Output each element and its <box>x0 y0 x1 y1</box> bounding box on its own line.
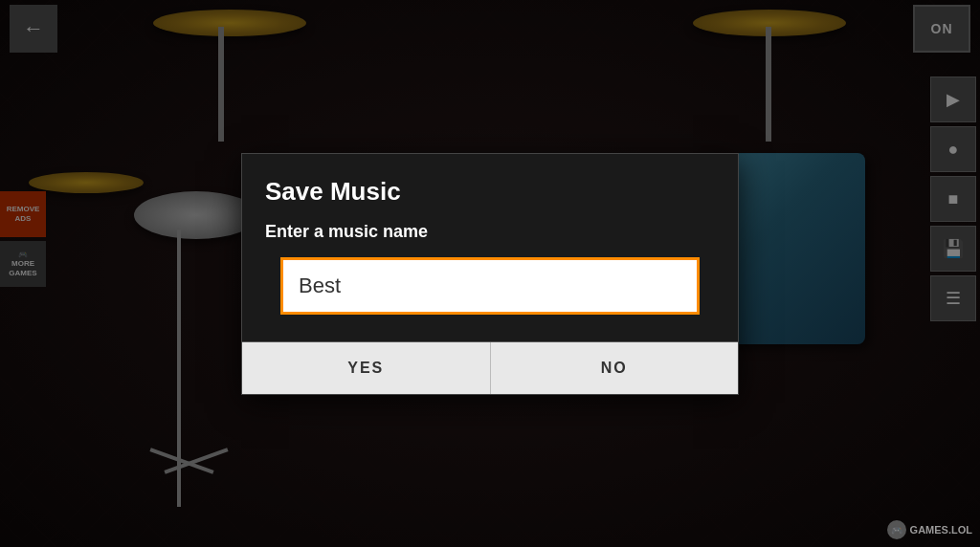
no-label: NO <box>601 360 628 376</box>
watermark: 🎮 GAMES.LOL <box>887 520 972 539</box>
no-button[interactable]: NO <box>491 342 739 394</box>
save-music-dialog: Save Music Enter a music name YES NO <box>241 153 739 395</box>
yes-button[interactable]: YES <box>242 342 491 394</box>
modal-overlay: Save Music Enter a music name YES NO <box>0 0 980 547</box>
modal-input-wrapper <box>265 257 715 315</box>
watermark-icon: 🎮 <box>887 520 906 539</box>
music-name-input[interactable] <box>280 257 700 315</box>
modal-subtitle: Enter a music name <box>265 222 715 242</box>
modal-title: Save Music <box>265 177 715 207</box>
yes-label: YES <box>347 360 384 376</box>
watermark-text: GAMES.LOL <box>910 524 972 536</box>
watermark-icon-symbol: 🎮 <box>891 525 902 536</box>
modal-header: Save Music Enter a music name <box>242 154 738 326</box>
modal-buttons: YES NO <box>242 341 738 394</box>
